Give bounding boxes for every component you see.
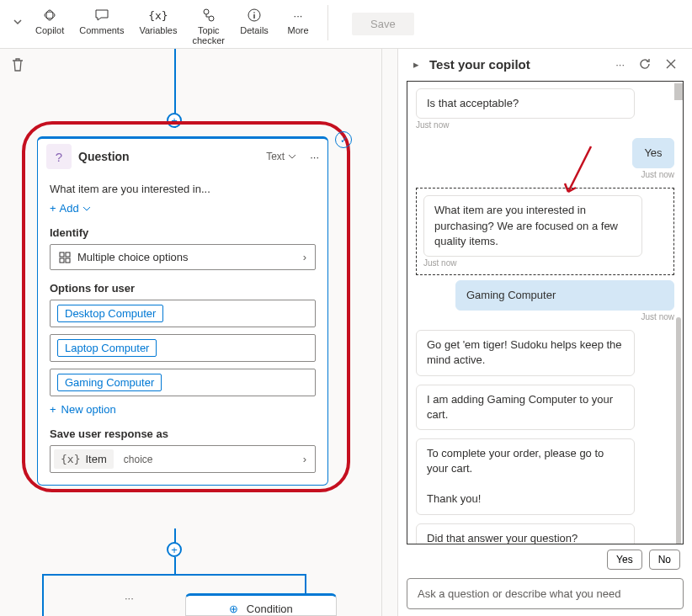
- bot-message: Is that acceptable?: [416, 88, 635, 119]
- option-row[interactable]: Gaming Computer: [50, 369, 316, 396]
- toolbar-copilot-label: Copilot: [35, 25, 64, 35]
- option-chip: Gaming Computer: [57, 374, 162, 391]
- canvas[interactable]: + ✓ ? Question Text ··· What item are yo…: [0, 49, 397, 616]
- panel-more-icon[interactable]: ···: [612, 56, 628, 72]
- option-chip: Laptop Computer: [57, 339, 157, 357]
- suggested-replies: Yes No: [398, 544, 692, 575]
- node-type-selector[interactable]: Text: [266, 151, 296, 162]
- timestamp: Just now: [416, 170, 674, 179]
- more-icon: ···: [294, 7, 303, 24]
- test-panel-title: Test your copilot: [429, 57, 605, 72]
- timestamp: Just now: [416, 312, 674, 321]
- chat-area[interactable]: Is that acceptable? Just now Yes Just no…: [407, 81, 684, 544]
- toolbar-topic-checker-label: Topic checker: [192, 25, 225, 45]
- toolbar-details[interactable]: Details: [233, 5, 275, 37]
- svg-point-2: [204, 9, 209, 14]
- timestamp: Just now: [416, 120, 674, 130]
- node-more-icon[interactable]: ···: [310, 151, 319, 163]
- plus-icon: +: [50, 202, 56, 215]
- toolbar-comments[interactable]: Comments: [72, 5, 130, 37]
- divider: [327, 5, 328, 40]
- new-option-button[interactable]: + New option: [50, 403, 316, 416]
- panel-collapse[interactable]: ▸: [410, 56, 423, 72]
- add-node-bottom[interactable]: +: [167, 542, 182, 557]
- toolbar: Copilot Comments {x} Variables Topic che…: [0, 0, 692, 49]
- add-message-button[interactable]: + Add: [50, 202, 316, 215]
- options-label: Options for user: [50, 282, 316, 295]
- branch-more[interactable]: ···: [125, 592, 134, 604]
- chat-placeholder: Ask a question or describe what you need: [418, 587, 620, 600]
- save-as-label: Save user response as: [50, 427, 316, 440]
- plus-icon: +: [50, 403, 56, 416]
- svg-rect-6: [253, 14, 254, 19]
- node-type-label: Text: [266, 151, 285, 162]
- main: + ✓ ? Question Text ··· What item are yo…: [0, 49, 692, 616]
- question-icon: ?: [46, 144, 72, 169]
- question-prompt[interactable]: What item are you interested in...: [50, 183, 316, 195]
- toolbar-details-label: Details: [240, 25, 269, 35]
- variables-icon: {x}: [148, 7, 168, 24]
- option-row[interactable]: Laptop Computer: [50, 334, 316, 362]
- refresh-icon[interactable]: [635, 56, 655, 72]
- details-icon: [248, 7, 261, 24]
- variable-selector[interactable]: {x} Item choice ›: [50, 445, 316, 473]
- highlighted-turn: What item are you interested in purchasi…: [416, 188, 674, 275]
- scrollbar[interactable]: [676, 317, 681, 544]
- variable-icon: {x}: [61, 453, 80, 465]
- svg-point-3: [209, 16, 214, 21]
- node-title: Question: [78, 150, 259, 163]
- close-icon[interactable]: [662, 56, 680, 72]
- bot-message: Did that answer your question?: [416, 523, 635, 544]
- bot-message: What item are you interested in purchasi…: [423, 195, 642, 257]
- topic-checker-icon: [201, 7, 216, 24]
- svg-rect-8: [66, 252, 70, 257]
- svg-point-5: [253, 12, 255, 13]
- toolbar-variables-label: Variables: [139, 25, 177, 35]
- condition-label: Condition: [247, 603, 293, 615]
- question-node[interactable]: ✓ ? Question Text ··· What item are you …: [37, 136, 328, 486]
- svg-rect-9: [60, 258, 64, 263]
- chevron-right-icon: ›: [303, 251, 306, 263]
- toolbar-comments-label: Comments: [79, 25, 124, 35]
- grid-icon: [59, 252, 71, 263]
- condition-node[interactable]: ⊕ Condition: [185, 593, 337, 616]
- toolbar-expand[interactable]: [8, 5, 27, 39]
- suggest-yes[interactable]: Yes: [607, 550, 642, 570]
- suggest-no[interactable]: No: [649, 550, 680, 570]
- identify-label: Identify: [50, 226, 316, 239]
- option-chip: Desktop Computer: [57, 305, 163, 322]
- node-valid-icon: ✓: [335, 131, 352, 148]
- add-node-top[interactable]: +: [167, 113, 182, 128]
- svg-rect-10: [66, 258, 70, 263]
- chat-input[interactable]: Ask a question or describe what you need: [407, 578, 684, 609]
- toolbar-topic-checker[interactable]: Topic checker: [185, 5, 232, 47]
- toolbar-copilot[interactable]: Copilot: [29, 5, 71, 37]
- user-message: Gaming Computer: [455, 280, 674, 311]
- delete-button[interactable]: [10, 57, 25, 72]
- identify-value: Multiple choice options: [77, 251, 189, 263]
- toolbar-more[interactable]: ··· More: [277, 5, 319, 37]
- svg-rect-7: [60, 252, 64, 257]
- comments-icon: [94, 7, 109, 24]
- variable-name: Item: [85, 453, 106, 465]
- variable-type: choice: [124, 454, 153, 465]
- chevron-right-icon: ›: [295, 453, 315, 465]
- test-panel: ▸ Test your copilot ··· Is that acceptab…: [397, 49, 692, 616]
- timestamp: Just now: [423, 258, 667, 268]
- save-button[interactable]: Save: [352, 13, 414, 35]
- toolbar-more-label: More: [287, 25, 308, 35]
- condition-icon: ⊕: [229, 603, 238, 615]
- copilot-icon: [42, 7, 57, 24]
- toolbar-variables[interactable]: {x} Variables: [132, 5, 184, 37]
- user-message: Yes: [632, 138, 674, 168]
- identify-selector[interactable]: Multiple choice options ›: [50, 244, 316, 270]
- bot-message: To complete your order, please go to you…: [416, 438, 635, 515]
- bot-message: I am adding Gaming Computer to your cart…: [416, 385, 635, 430]
- scrollbar[interactable]: [674, 83, 683, 100]
- bot-message: Go get 'em tiger! Sudoku helps keep the …: [416, 330, 635, 375]
- option-row[interactable]: Desktop Computer: [50, 300, 316, 327]
